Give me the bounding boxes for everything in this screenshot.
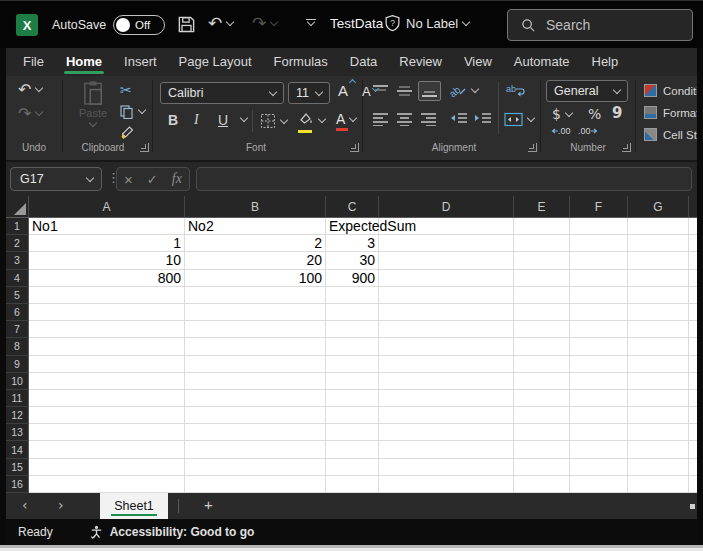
cell-C16[interactable] bbox=[326, 476, 379, 493]
cell-F5[interactable] bbox=[570, 287, 628, 304]
cell-G11[interactable] bbox=[628, 390, 689, 407]
cell-C5[interactable] bbox=[326, 287, 379, 304]
currency-button[interactable]: $ bbox=[552, 106, 572, 122]
search-input[interactable]: Search bbox=[507, 9, 693, 41]
cell-B6[interactable] bbox=[185, 304, 326, 321]
row-header-12[interactable]: 12 bbox=[6, 407, 29, 424]
cell-E9[interactable] bbox=[514, 356, 570, 373]
cell-F1[interactable] bbox=[570, 218, 628, 235]
cell-C14[interactable] bbox=[326, 441, 379, 458]
tab-view[interactable]: View bbox=[453, 48, 503, 76]
cell-G1[interactable] bbox=[628, 218, 689, 235]
cell-C1[interactable]: ExpectedSum bbox=[326, 218, 379, 235]
cell-E11[interactable] bbox=[514, 390, 570, 407]
cell-B7[interactable] bbox=[185, 321, 326, 338]
row-header-16[interactable]: 16 bbox=[6, 476, 29, 493]
enter-button[interactable]: ✓ bbox=[147, 172, 158, 187]
format-as-table-button[interactable]: Format a bbox=[644, 106, 697, 119]
tab-review[interactable]: Review bbox=[388, 48, 453, 76]
increase-decimal-button[interactable]: .00 bbox=[550, 126, 571, 136]
row-header-4[interactable]: 4 bbox=[6, 270, 29, 287]
cell-D10[interactable] bbox=[379, 373, 514, 390]
cell-G15[interactable] bbox=[628, 459, 689, 476]
cell-E15[interactable] bbox=[514, 459, 570, 476]
cell-G7[interactable] bbox=[628, 321, 689, 338]
cell-G4[interactable] bbox=[628, 270, 689, 287]
tab-automate[interactable]: Automate bbox=[503, 48, 581, 76]
cell-F15[interactable] bbox=[570, 459, 628, 476]
quick-access-toolbar-more-button[interactable] bbox=[305, 19, 316, 25]
cell-B9[interactable] bbox=[185, 356, 326, 373]
cell-E5[interactable] bbox=[514, 287, 570, 304]
cell-A5[interactable] bbox=[29, 287, 185, 304]
wrap-text-button[interactable]: ab bbox=[506, 84, 525, 99]
cell-E10[interactable] bbox=[514, 373, 570, 390]
cell-B3[interactable]: 20 bbox=[185, 252, 326, 269]
cell-G10[interactable] bbox=[628, 373, 689, 390]
font-color-button[interactable]: A bbox=[336, 111, 356, 127]
alignment-dialog-launcher-icon[interactable] bbox=[528, 143, 537, 152]
tab-page-layout[interactable]: Page Layout bbox=[168, 48, 263, 76]
decrease-decimal-button[interactable]: .00 bbox=[578, 126, 599, 136]
cell-B8[interactable] bbox=[185, 338, 326, 355]
copy-chevron-icon[interactable] bbox=[138, 106, 146, 114]
cell-E3[interactable] bbox=[514, 252, 570, 269]
cell-D8[interactable] bbox=[379, 338, 514, 355]
tab-insert[interactable]: Insert bbox=[113, 48, 168, 76]
sensitivity-button[interactable]: ? No Label bbox=[384, 14, 469, 32]
align-right-button[interactable] bbox=[420, 112, 437, 126]
tab-data[interactable]: Data bbox=[339, 48, 388, 76]
cell-A2[interactable]: 1 bbox=[29, 235, 185, 252]
ribbon-undo-button[interactable]: ↶ bbox=[18, 80, 42, 99]
cell-G9[interactable] bbox=[628, 356, 689, 373]
tab-help[interactable]: Help bbox=[581, 48, 630, 76]
cell-F14[interactable] bbox=[570, 441, 628, 458]
cell-F8[interactable] bbox=[570, 338, 628, 355]
cell-D12[interactable] bbox=[379, 407, 514, 424]
cell-A8[interactable] bbox=[29, 338, 185, 355]
currency-chevron-icon[interactable] bbox=[565, 108, 573, 116]
cell-C11[interactable] bbox=[326, 390, 379, 407]
font-dialog-launcher-icon[interactable] bbox=[350, 143, 359, 152]
fill-color-button[interactable] bbox=[298, 111, 325, 129]
merge-chevron-icon[interactable] bbox=[527, 114, 535, 122]
accessibility-status[interactable]: Accessibility: Good to go bbox=[89, 525, 255, 540]
cell-A13[interactable] bbox=[29, 424, 185, 441]
grow-font-button[interactable]: A bbox=[338, 82, 348, 99]
underline-dropdown-button[interactable] bbox=[236, 118, 247, 121]
cell-B12[interactable] bbox=[185, 407, 326, 424]
cell-G6[interactable] bbox=[628, 304, 689, 321]
percent-button[interactable]: % bbox=[588, 106, 601, 122]
fill-color-chevron-icon[interactable] bbox=[318, 114, 326, 122]
col-header-E[interactable]: E bbox=[514, 196, 570, 217]
row-header-8[interactable]: 8 bbox=[6, 338, 29, 355]
cell-A1[interactable]: No1 bbox=[29, 218, 185, 235]
cell-C9[interactable] bbox=[326, 356, 379, 373]
cell-A12[interactable] bbox=[29, 407, 185, 424]
font-size-combo[interactable]: 11 bbox=[288, 82, 330, 104]
row-header-6[interactable]: 6 bbox=[6, 304, 29, 321]
row-header-10[interactable]: 10 bbox=[6, 373, 29, 390]
col-header-B[interactable]: B bbox=[185, 196, 326, 217]
cell-G5[interactable] bbox=[628, 287, 689, 304]
orientation-button[interactable]: ab bbox=[450, 82, 478, 99]
cell-D11[interactable] bbox=[379, 390, 514, 407]
col-header-D[interactable]: D bbox=[379, 196, 514, 217]
cell-F4[interactable] bbox=[570, 270, 628, 287]
cell-B5[interactable] bbox=[185, 287, 326, 304]
cell-E12[interactable] bbox=[514, 407, 570, 424]
cell-E2[interactable] bbox=[514, 235, 570, 252]
tab-file[interactable]: File bbox=[12, 48, 55, 76]
cell-B10[interactable] bbox=[185, 373, 326, 390]
cell-D6[interactable] bbox=[379, 304, 514, 321]
cell-F7[interactable] bbox=[570, 321, 628, 338]
cell-D14[interactable] bbox=[379, 441, 514, 458]
cell-C13[interactable] bbox=[326, 424, 379, 441]
decrease-indent-button[interactable] bbox=[450, 112, 468, 126]
format-painter-button[interactable] bbox=[120, 124, 137, 140]
cell-G8[interactable] bbox=[628, 338, 689, 355]
bold-button[interactable]: B bbox=[168, 112, 178, 128]
row-header-15[interactable]: 15 bbox=[6, 459, 29, 476]
row-header-2[interactable]: 2 bbox=[6, 235, 29, 252]
cell-G2[interactable] bbox=[628, 235, 689, 252]
